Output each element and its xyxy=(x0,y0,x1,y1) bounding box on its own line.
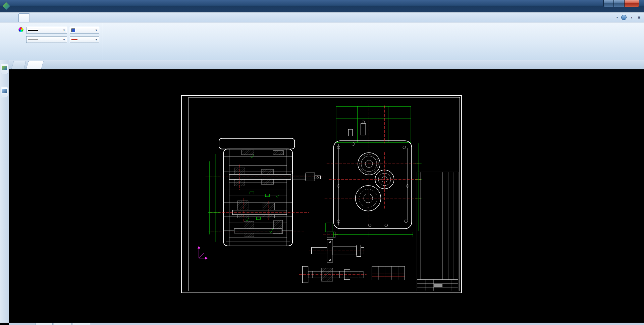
drawing-canvas[interactable] xyxy=(9,69,644,323)
ribbon-tab-sheet[interactable] xyxy=(41,13,51,22)
expand-workspace-icon[interactable]: ▣ xyxy=(637,15,641,20)
document-tab-bar xyxy=(9,60,644,69)
model-tab[interactable] xyxy=(35,323,53,325)
document-tab[interactable] xyxy=(11,61,26,69)
ribbon-tab-home[interactable] xyxy=(18,13,30,22)
chevron-down-icon: ▼ xyxy=(63,29,65,32)
linetype-select[interactable]: ▼ xyxy=(26,27,67,34)
library-icon xyxy=(2,66,7,70)
layout2-tab[interactable] xyxy=(73,323,90,325)
layout1-tab[interactable] xyxy=(54,323,71,325)
chevron-down-icon: ▼ xyxy=(95,38,98,41)
color-select[interactable]: ▼ xyxy=(70,27,99,34)
thin-line-preview xyxy=(28,40,38,40)
parameter-table xyxy=(372,266,405,280)
minimize-ribbon-icon[interactable]: ▴ xyxy=(629,15,634,20)
ribbon: ▼ ▼ ▼ ▼ xyxy=(0,22,644,60)
minimize-button[interactable] xyxy=(603,0,614,7)
left-rail xyxy=(0,60,9,323)
section-view-main xyxy=(219,138,335,246)
ribbon-group-label xyxy=(4,53,99,60)
ribbon-tab-view[interactable] xyxy=(62,13,73,22)
layer-select[interactable]: ▼ xyxy=(26,36,67,43)
bom-table xyxy=(417,172,458,291)
side-view xyxy=(325,104,422,237)
detail-view-shaft-1 xyxy=(309,239,365,262)
maximize-button[interactable] xyxy=(614,0,624,7)
style-dropdown[interactable]: ▼ xyxy=(614,16,619,19)
bottom-tab-strip xyxy=(9,323,644,325)
detail-view-shaft-2 xyxy=(299,266,367,283)
title-block xyxy=(417,279,458,291)
chevron-down-icon: ▼ xyxy=(63,38,65,41)
app-logo-icon[interactable] xyxy=(3,2,10,10)
rail-tab-library[interactable] xyxy=(1,64,8,74)
cad-drawing xyxy=(181,95,462,294)
ribbon-tab-dimension[interactable] xyxy=(30,13,41,22)
ribbon-tab-tools[interactable] xyxy=(51,13,62,22)
current-color-swatch xyxy=(71,28,75,32)
close-button[interactable] xyxy=(624,0,639,7)
ribbon-tab-row: ▼ ▴ ▣ xyxy=(0,12,644,22)
linewidth-select[interactable]: ▼ xyxy=(70,36,99,43)
window-controls xyxy=(603,0,639,7)
title-bar xyxy=(0,0,644,12)
thick-line-preview xyxy=(28,30,38,31)
ribbon-group-properties: ▼ ▼ ▼ ▼ xyxy=(1,23,102,60)
ucs-axes-icon xyxy=(198,246,208,260)
rail-tab-properties[interactable] xyxy=(1,87,8,97)
chevron-down-icon: ▼ xyxy=(616,16,619,19)
red-line-preview xyxy=(71,39,77,40)
chevron-down-icon: ▼ xyxy=(95,29,98,32)
properties-icon xyxy=(2,89,7,93)
color-wheel-icon[interactable] xyxy=(18,27,23,32)
help-icon[interactable] xyxy=(621,15,627,20)
document-tab-active[interactable] xyxy=(26,61,44,69)
ribbon-right-controls: ▼ ▴ ▣ xyxy=(614,12,641,22)
